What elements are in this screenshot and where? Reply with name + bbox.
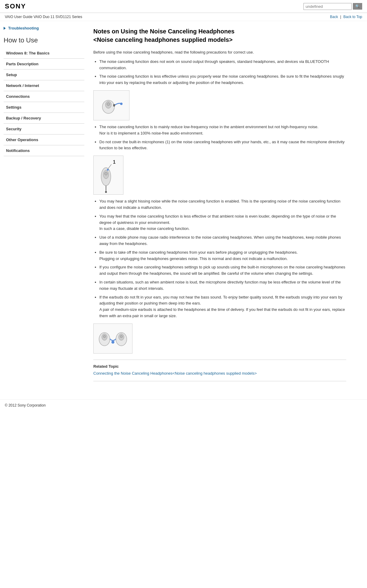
bullet-list-1: The noise canceling function does not wo… bbox=[99, 59, 346, 86]
troubleshooting-label: Troubleshooting bbox=[8, 26, 39, 30]
list-item: You may feel that the noise canceling fu… bbox=[99, 213, 346, 232]
nav-item-windows8[interactable]: Windows 8: The Basics bbox=[4, 48, 84, 59]
nav-link-backup[interactable]: Backup / Recovery bbox=[4, 113, 84, 123]
nav-item-backup[interactable]: Backup / Recovery bbox=[4, 113, 84, 124]
header: SONY 🔍 bbox=[0, 0, 367, 13]
separator: | bbox=[340, 15, 341, 19]
nav-link-other[interactable]: Other Operations bbox=[4, 135, 84, 145]
svg-point-3 bbox=[120, 103, 123, 105]
list-item: If the earbuds do not fit in your ears, … bbox=[99, 294, 346, 319]
footer: © 2012 Sony Corporation bbox=[0, 399, 367, 411]
list-item: Use of a mobile phone may cause radio in… bbox=[99, 234, 346, 247]
list-item: Do not cover the built-in microphones (1… bbox=[99, 139, 346, 152]
search-area: 🔍 bbox=[303, 3, 362, 10]
nav-link-settings[interactable]: Settings bbox=[4, 102, 84, 113]
troubleshooting-link[interactable]: Troubleshooting bbox=[4, 26, 84, 30]
svg-point-12 bbox=[105, 191, 107, 193]
svg-line-6 bbox=[108, 164, 111, 169]
nav-link-windows8[interactable]: Windows 8: The Basics bbox=[4, 48, 84, 58]
back-to-top-link[interactable]: Back to Top bbox=[344, 15, 362, 19]
breadcrumb: VAIO User Guide VAIO Duo 11 SVD1121 Seri… bbox=[5, 15, 82, 19]
nav-link-security[interactable]: Security bbox=[4, 124, 84, 134]
bullet-list-3: You may hear a slight hissing noise whil… bbox=[99, 198, 346, 319]
svg-point-15 bbox=[103, 335, 106, 338]
nav-link-connections[interactable]: Connections bbox=[4, 91, 84, 102]
nav-item-connections[interactable]: Connections bbox=[4, 91, 84, 102]
related-topic-link[interactable]: Connecting the Noise Canceling Headphone… bbox=[93, 371, 257, 376]
nav-link-notifications[interactable]: Notifications bbox=[4, 145, 84, 156]
svg-point-16 bbox=[111, 341, 114, 344]
nav-item-parts[interactable]: Parts Description bbox=[4, 59, 84, 70]
nav-link-setup[interactable]: Setup bbox=[4, 70, 84, 80]
list-item: The noise canceling function is less eff… bbox=[99, 73, 346, 86]
back-link[interactable]: Back bbox=[330, 15, 338, 19]
copyright: © 2012 Sony Corporation bbox=[5, 403, 46, 407]
related-topic-section: Related Topic Connecting the Noise Cance… bbox=[93, 360, 346, 381]
nav-link-parts[interactable]: Parts Description bbox=[4, 59, 84, 69]
svg-rect-4 bbox=[113, 104, 115, 107]
sidebar-nav-list: Windows 8: The Basics Parts Description … bbox=[4, 48, 84, 156]
nav-item-settings[interactable]: Settings bbox=[4, 102, 84, 113]
content-area: Notes on Using the Noise Canceling Headp… bbox=[84, 21, 355, 393]
nav-item-network[interactable]: Network / Internet bbox=[4, 80, 84, 91]
svg-point-10 bbox=[107, 169, 109, 171]
list-item: The noise canceling function does not wo… bbox=[99, 59, 346, 71]
headphone-image-1 bbox=[93, 90, 129, 120]
nav-item-notifications[interactable]: Notifications bbox=[4, 145, 84, 156]
nav-item-other[interactable]: Other Operations bbox=[4, 135, 84, 145]
svg-point-2 bbox=[107, 103, 110, 106]
earbud-image-3 bbox=[93, 323, 132, 354]
main: Troubleshooting How to Use Windows 8: Th… bbox=[0, 21, 367, 393]
nav-item-setup[interactable]: Setup bbox=[4, 70, 84, 80]
related-topic-label: Related Topic bbox=[93, 364, 346, 369]
headphone-image-2: 1 bbox=[93, 156, 123, 195]
bullet-list-2: The noise canceling function is to mainl… bbox=[99, 124, 346, 151]
subheader: VAIO User Guide VAIO Duo 11 SVD1121 Seri… bbox=[0, 13, 367, 21]
nav-links: Back | Back to Top bbox=[330, 15, 362, 19]
list-item: The noise canceling function is to mainl… bbox=[99, 124, 346, 137]
search-input[interactable] bbox=[303, 3, 352, 10]
list-item: In certain situations, such as when ambi… bbox=[99, 279, 346, 292]
page-title: Notes on Using the Noise Canceling Headp… bbox=[93, 27, 346, 44]
list-item: Be sure to take off the noise canceling … bbox=[99, 249, 346, 262]
sony-logo: SONY bbox=[5, 2, 26, 10]
svg-text:1: 1 bbox=[113, 159, 116, 165]
svg-point-19 bbox=[120, 335, 123, 338]
nav-link-network[interactable]: Network / Internet bbox=[4, 80, 84, 91]
svg-point-9 bbox=[104, 172, 107, 175]
chevron-icon bbox=[4, 27, 6, 30]
sidebar-section-title: How to Use bbox=[4, 36, 84, 45]
nav-item-security[interactable]: Security bbox=[4, 124, 84, 135]
list-item: If you configure the noise canceling hea… bbox=[99, 264, 346, 277]
search-button[interactable]: 🔍 bbox=[353, 3, 362, 10]
sidebar: Troubleshooting How to Use Windows 8: Th… bbox=[0, 21, 84, 393]
list-item: You may hear a slight hissing noise whil… bbox=[99, 198, 346, 211]
intro-text: Before using the noise canceling headpho… bbox=[93, 49, 346, 56]
